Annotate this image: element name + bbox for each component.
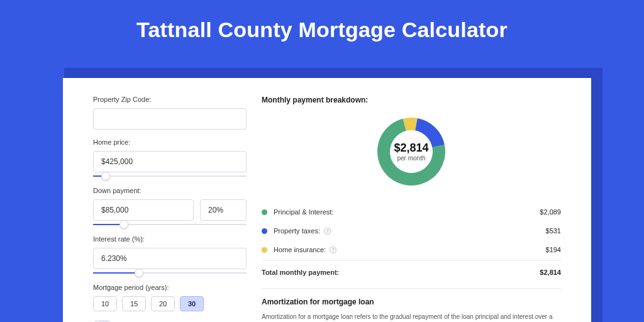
down-payment-slider[interactable] — [93, 220, 247, 229]
legend-label: Property taxes: — [274, 227, 320, 235]
period-option-20[interactable]: 20 — [151, 296, 175, 311]
slider-thumb-icon[interactable] — [101, 172, 110, 180]
down-payment-input[interactable] — [93, 199, 194, 221]
home-price-input[interactable] — [93, 151, 247, 172]
total-label: Total monthly payment: — [262, 269, 339, 276]
down-payment-label: Down payment: — [93, 187, 247, 194]
legend-dot-icon — [262, 247, 267, 253]
legend-amount: $2,089 — [540, 208, 561, 216]
info-icon[interactable]: ? — [330, 247, 336, 253]
interest-input[interactable] — [93, 248, 247, 269]
slider-thumb-icon[interactable] — [119, 220, 128, 229]
period-option-10[interactable]: 10 — [93, 296, 117, 311]
legend-label: Home insurance: — [274, 246, 326, 253]
period-options: 10152030 — [93, 296, 247, 311]
legend-dot-icon — [262, 209, 267, 215]
legend-row-taxes: Property taxes:?$531 — [262, 221, 561, 240]
down-payment-pct-input[interactable] — [200, 199, 247, 221]
home-price-label: Home price: — [93, 138, 247, 146]
legend-dot-icon — [262, 228, 267, 234]
legend-amount: $194 — [546, 246, 561, 253]
legend-row-insurance: Home insurance:?$194 — [262, 240, 561, 259]
interest-label: Interest rate (%): — [93, 235, 247, 243]
slider-thumb-icon[interactable] — [135, 269, 143, 277]
amortization-text: Amortization for a mortgage loan refers … — [262, 313, 561, 322]
legend-row-principal: Principal & Interest:$2,089 — [262, 203, 561, 221]
period-option-30[interactable]: 30 — [180, 296, 204, 311]
donut-chart: $2,814 per month — [262, 112, 561, 191]
page-title: Tattnall County Mortgage Calculator — [0, 0, 644, 56]
calculator-panel: Property Zip Code: Home price: Down paym… — [63, 78, 591, 322]
inputs-column: Property Zip Code: Home price: Down paym… — [93, 96, 247, 322]
legend-amount: $531 — [546, 227, 561, 235]
amortization-section: Amortization for mortgage loan Amortizat… — [262, 288, 561, 322]
legend: Principal & Interest:$2,089Property taxe… — [262, 203, 561, 259]
total-row: Total monthly payment: $2,814 — [262, 260, 561, 282]
period-label: Mortgage period (years): — [93, 284, 247, 291]
donut-value: $2,814 — [394, 142, 428, 155]
zip-label: Property Zip Code: — [93, 96, 247, 103]
legend-label: Principal & Interest: — [274, 208, 333, 216]
breakdown-title: Monthly payment breakdown: — [262, 96, 561, 104]
period-option-15[interactable]: 15 — [122, 296, 146, 311]
donut-sublabel: per month — [397, 155, 425, 162]
amortization-title: Amortization for mortgage loan — [262, 297, 561, 306]
zip-input[interactable] — [93, 108, 247, 130]
breakdown-column: Monthly payment breakdown: $2,814 per mo… — [262, 96, 591, 322]
interest-slider[interactable] — [93, 269, 247, 277]
total-amount: $2,814 — [540, 269, 561, 276]
home-price-slider[interactable] — [93, 172, 247, 180]
info-icon[interactable]: ? — [324, 228, 331, 235]
